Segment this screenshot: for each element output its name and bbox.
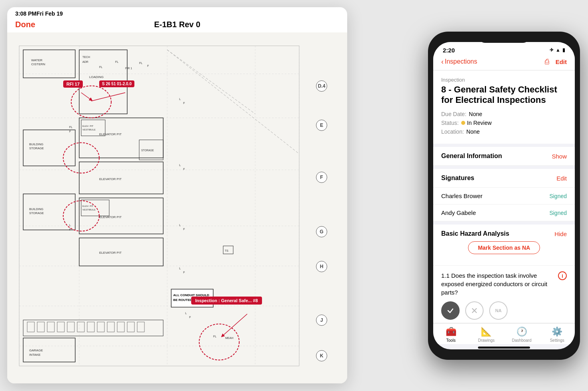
tablet-day: Fri Feb 19 bbox=[36, 10, 63, 17]
hazard-section: Basic Hazard Analysis Hide Mark Section … bbox=[433, 225, 575, 323]
svg-text:STORAGE: STORAGE bbox=[29, 146, 44, 150]
svg-text:F: F bbox=[183, 228, 185, 231]
battery-icon: ▮ bbox=[562, 47, 565, 53]
dashboard-icon: 🕐 bbox=[516, 327, 527, 337]
signatures-header: Signatures Edit bbox=[433, 169, 575, 188]
floor-plan-svg: WATER CISTERN LOADING BUILDING STORAGE E… bbox=[7, 32, 347, 383]
answer-x-button[interactable] bbox=[465, 301, 484, 320]
dashboard-label: Dashboard bbox=[512, 338, 532, 343]
svg-text:ADR: ADR bbox=[82, 60, 88, 63]
phone-content[interactable]: Inspection 8 - General Safety Checklist … bbox=[433, 70, 575, 323]
phone-body: 2:20 ✈ ▲ ▮ ‹ Inspections ⎙ Edit bbox=[428, 32, 580, 360]
back-chevron: ‹ bbox=[441, 58, 444, 66]
signatures-edit-button[interactable]: Edit bbox=[556, 175, 567, 182]
svg-text:L: L bbox=[179, 267, 181, 270]
general-info-show-button[interactable]: Show bbox=[552, 153, 567, 160]
done-button[interactable]: Done bbox=[15, 20, 35, 29]
signatures-title: Signatures bbox=[441, 174, 474, 182]
grid-d4: D.4 bbox=[316, 80, 327, 92]
status-key: Status: bbox=[441, 120, 459, 126]
phone-nav-bar: ‹ Inspections ⎙ Edit bbox=[433, 55, 575, 70]
hazard-hide-button[interactable]: Hide bbox=[554, 231, 567, 237]
back-button[interactable]: ‹ Inspections bbox=[441, 58, 477, 66]
blueprint-area: WATER CISTERN LOADING BUILDING STORAGE E… bbox=[7, 32, 347, 383]
signer-1-name: Charles Brower bbox=[441, 192, 482, 199]
drawings-icon: 📐 bbox=[481, 327, 492, 337]
answer-na-button[interactable]: NA bbox=[489, 301, 508, 320]
svg-text:LOADING: LOADING bbox=[89, 75, 104, 79]
general-info-section: General Information Show bbox=[433, 147, 575, 166]
phone-time: 2:20 bbox=[443, 47, 455, 54]
question-1-text: 1.1 Does the inspection task involve exp… bbox=[441, 271, 558, 297]
phone-screen: 2:20 ✈ ▲ ▮ ‹ Inspections ⎙ Edit bbox=[433, 42, 575, 349]
svg-text:F: F bbox=[183, 102, 185, 104]
svg-text:L: L bbox=[69, 224, 71, 227]
svg-text:ELEVATOR PIT: ELEVATOR PIT bbox=[99, 251, 122, 255]
general-info-header: General Information Show bbox=[433, 147, 575, 166]
svg-rect-0 bbox=[7, 34, 347, 382]
grid-f: F bbox=[316, 172, 327, 183]
phone-notch bbox=[478, 32, 530, 43]
tablet-status-bar: 3:08 PM Fri Feb 19 bbox=[7, 7, 347, 18]
due-date-key: Due Date: bbox=[441, 111, 466, 117]
inspection-title: 8 - General Safety Checklist for Electri… bbox=[441, 84, 567, 106]
general-info-title: General Information bbox=[441, 152, 502, 160]
share-icon[interactable]: ⎙ bbox=[545, 58, 549, 66]
svg-text:STORAGE: STORAGE bbox=[29, 211, 44, 215]
status-icons: ✈ ▲ ▮ bbox=[550, 47, 565, 53]
grid-j: J bbox=[316, 315, 327, 326]
status-dot bbox=[461, 121, 465, 125]
mark-na-button[interactable]: Mark Section as NA bbox=[468, 241, 540, 254]
inspection-badge[interactable]: Inspection : General Safe... #8 bbox=[191, 297, 262, 305]
rfi-badge[interactable]: RFI 17 bbox=[63, 80, 83, 88]
svg-text:ELEVATOR PIT: ELEVATOR PIT bbox=[99, 132, 122, 136]
tools-icon: 🧰 bbox=[446, 327, 456, 337]
tab-tools[interactable]: 🧰 Tools bbox=[433, 327, 469, 343]
phone-tab-bar: 🧰 Tools 📐 Drawings 🕐 Dashboard ⚙️ Settin… bbox=[433, 323, 575, 344]
svg-text:STORAGE: STORAGE bbox=[141, 149, 154, 152]
phone-status-bar: 2:20 ✈ ▲ ▮ bbox=[433, 42, 575, 55]
answer-checkmark-button[interactable] bbox=[441, 301, 460, 320]
svg-text:MEAH: MEAH bbox=[225, 337, 233, 339]
svg-text:F: F bbox=[69, 228, 71, 231]
svg-text:TECH: TECH bbox=[82, 56, 90, 58]
svg-text:CISTERN: CISTERN bbox=[31, 62, 45, 66]
svg-text:F: F bbox=[183, 168, 185, 170]
svg-text:FL: FL bbox=[99, 66, 102, 68]
svg-text:F: F bbox=[189, 316, 191, 319]
phone: 2:20 ✈ ▲ ▮ ‹ Inspections ⎙ Edit bbox=[428, 32, 580, 360]
inspection-label: Inspection bbox=[441, 77, 567, 83]
signer-2-name: Andy Gabele bbox=[441, 209, 476, 216]
grid-e: E bbox=[316, 120, 327, 131]
svg-text:FL: FL bbox=[69, 126, 72, 128]
svg-text:GARAGE: GARAGE bbox=[29, 349, 43, 352]
settings-icon: ⚙️ bbox=[552, 327, 562, 337]
question-1-info-icon[interactable]: i bbox=[558, 271, 567, 280]
question-1-block: 1.1 Does the inspection task involve exp… bbox=[433, 265, 575, 323]
location-key: Location: bbox=[441, 128, 464, 135]
svg-text:ELEV. PIT: ELEV. PIT bbox=[82, 125, 94, 127]
tab-settings[interactable]: ⚙️ Settings bbox=[540, 327, 575, 343]
answer-buttons-1: NA bbox=[441, 301, 567, 323]
signer-row-2: Andy Gabele Signed bbox=[433, 205, 575, 221]
edit-button[interactable]: Edit bbox=[556, 58, 567, 65]
svg-text:F: F bbox=[147, 64, 149, 67]
question-1-row: 1.1 Does the inspection task involve exp… bbox=[441, 271, 567, 297]
sheet-badge[interactable]: S 26 51 01-2.0.0 bbox=[99, 80, 134, 87]
location-val: None bbox=[466, 128, 480, 135]
signer-row-1: Charles Brower Signed bbox=[433, 188, 575, 205]
tab-drawings[interactable]: 📐 Drawings bbox=[469, 327, 504, 343]
svg-text:VESTIBULE: VESTIBULE bbox=[82, 128, 96, 131]
svg-text:FIR 1: FIR 1 bbox=[125, 67, 132, 70]
settings-label: Settings bbox=[550, 338, 564, 343]
tab-dashboard[interactable]: 🕐 Dashboard bbox=[504, 327, 540, 343]
svg-text:FL: FL bbox=[213, 335, 216, 338]
svg-text:L: L bbox=[179, 98, 181, 100]
svg-text:F: F bbox=[69, 130, 71, 133]
grid-g: G bbox=[316, 226, 327, 237]
home-indicator bbox=[478, 347, 530, 349]
svg-text:L: L bbox=[179, 164, 181, 166]
signatures-section: Signatures Edit Charles Brower Signed An… bbox=[433, 169, 575, 221]
svg-text:ELEVATOR PIT: ELEVATOR PIT bbox=[99, 215, 122, 219]
svg-text:BUILDING: BUILDING bbox=[29, 142, 44, 146]
